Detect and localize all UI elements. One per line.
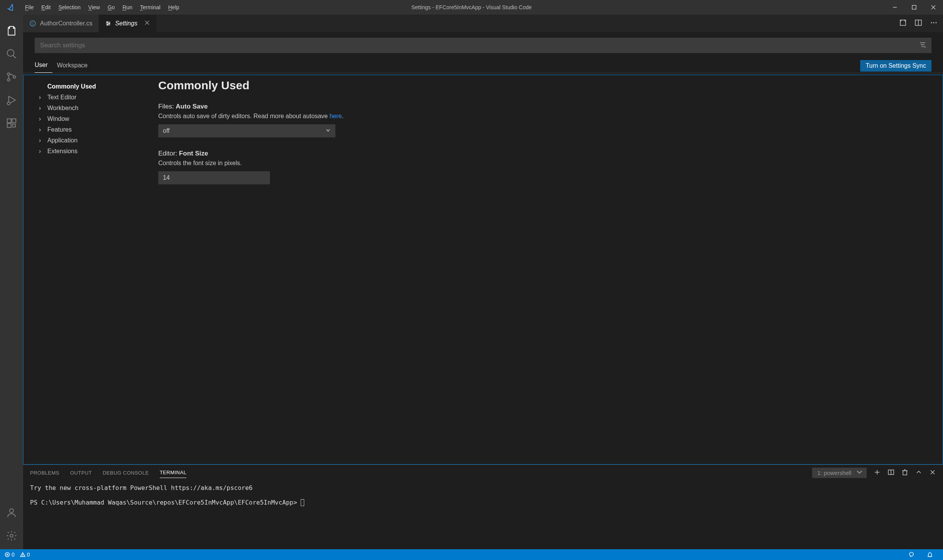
- status-errors[interactable]: 0: [5, 552, 15, 558]
- open-settings-json-icon[interactable]: [899, 19, 907, 28]
- autosave-read-more-link[interactable]: here: [330, 113, 342, 119]
- title-bar: File Edit Selection View Go Run Terminal…: [0, 0, 943, 15]
- svg-rect-12: [12, 119, 16, 123]
- new-terminal-icon[interactable]: [874, 469, 881, 477]
- maximize-button[interactable]: [904, 0, 924, 15]
- svg-point-30: [931, 22, 932, 23]
- svg-rect-1: [912, 5, 916, 9]
- status-warnings[interactable]: 0: [20, 552, 30, 558]
- run-debug-icon[interactable]: [0, 89, 23, 112]
- close-icon[interactable]: [144, 20, 150, 27]
- panel-tab-debug-console[interactable]: DEBUG CONSOLE: [103, 468, 149, 478]
- svg-point-6: [7, 73, 10, 75]
- activity-bar: [0, 15, 23, 549]
- menu-terminal[interactable]: Terminal: [136, 4, 164, 10]
- svg-rect-14: [13, 124, 16, 127]
- filter-icon[interactable]: [919, 41, 926, 50]
- svg-point-24: [107, 24, 108, 25]
- svg-point-15: [10, 509, 13, 513]
- menu-go[interactable]: Go: [104, 4, 119, 10]
- settings-gear-icon[interactable]: [0, 526, 23, 549]
- svg-point-8: [13, 76, 15, 78]
- chevron-down-icon: [856, 469, 863, 477]
- close-panel-icon[interactable]: [929, 469, 936, 477]
- maximize-panel-icon[interactable]: [915, 469, 922, 477]
- settings-content: Commonly Used Files: Auto Save Controls …: [147, 75, 943, 464]
- svg-point-32: [936, 22, 937, 23]
- tab-settings[interactable]: Settings: [99, 15, 156, 32]
- toc-extensions[interactable]: ›Extensions: [39, 146, 143, 157]
- status-notifications-icon[interactable]: [927, 552, 933, 558]
- svg-point-52: [22, 556, 23, 557]
- menu-help[interactable]: Help: [164, 4, 183, 10]
- split-terminal-icon[interactable]: [888, 469, 894, 477]
- setting-description: Controls auto save of dirty editors. Rea…: [158, 113, 931, 120]
- explorer-icon[interactable]: [0, 19, 23, 42]
- chevron-right-icon: ›: [39, 105, 46, 112]
- svg-point-10: [7, 102, 10, 105]
- tab-author-controller[interactable]: C AuthorController.cs: [23, 15, 99, 32]
- svg-point-16: [10, 534, 13, 537]
- window-title: Settings - EFCore5InMvcApp - Visual Stud…: [411, 4, 532, 10]
- svg-line-5: [13, 55, 16, 59]
- svg-point-4: [7, 50, 14, 57]
- settings-search-input[interactable]: [35, 38, 931, 53]
- extensions-icon[interactable]: [0, 112, 23, 135]
- toc-application[interactable]: ›Application: [39, 135, 143, 146]
- svg-text:C: C: [32, 22, 34, 25]
- panel-tab-terminal[interactable]: TERMINAL: [160, 467, 187, 478]
- svg-point-22: [107, 22, 108, 23]
- menu-bar: File Edit Selection View Go Run Terminal…: [21, 4, 183, 10]
- font-size-input[interactable]: [158, 171, 270, 184]
- minimize-button[interactable]: [885, 0, 904, 15]
- terminal-output[interactable]: Try the new cross-platform PowerShell ht…: [23, 480, 943, 549]
- scope-workspace-tab[interactable]: Workspace: [57, 59, 92, 73]
- tab-label: Settings: [115, 20, 137, 27]
- status-bar: 0 0: [0, 549, 943, 560]
- settings-toc: ›Commonly Used ›Text Editor ›Workbench ›…: [23, 75, 147, 464]
- tab-label: AuthorController.cs: [40, 20, 92, 27]
- auto-save-select[interactable]: off: [158, 124, 335, 137]
- search-icon[interactable]: [0, 42, 23, 65]
- svg-point-7: [7, 79, 10, 81]
- source-control-icon[interactable]: [0, 65, 23, 89]
- panel-tab-output[interactable]: OUTPUT: [70, 468, 92, 478]
- more-actions-icon[interactable]: [930, 19, 938, 28]
- chevron-right-icon: ›: [39, 137, 46, 144]
- chevron-right-icon: ›: [39, 115, 46, 122]
- setting-files-auto-save: Files: Auto Save Controls auto save of d…: [158, 103, 931, 137]
- scope-user-tab[interactable]: User: [35, 59, 52, 73]
- settings-menu-icon: [105, 20, 111, 27]
- toc-commonly-used[interactable]: ›Commonly Used: [39, 81, 143, 92]
- chevron-down-icon: [325, 127, 331, 134]
- accounts-icon[interactable]: [0, 503, 23, 526]
- toc-workbench[interactable]: ›Workbench: [39, 103, 143, 114]
- menu-selection[interactable]: Selection: [55, 4, 85, 10]
- svg-rect-11: [7, 119, 11, 123]
- setting-editor-font-size: Editor: Font Size Controls the font size…: [158, 150, 931, 184]
- kill-terminal-icon[interactable]: [901, 469, 908, 477]
- csharp-file-icon: C: [29, 20, 36, 27]
- panel-tab-problems[interactable]: PROBLEMS: [30, 468, 59, 478]
- menu-run[interactable]: Run: [119, 4, 136, 10]
- menu-file[interactable]: File: [21, 4, 38, 10]
- menu-view[interactable]: View: [84, 4, 104, 10]
- chevron-right-icon: ›: [39, 94, 46, 101]
- editor-tab-bar: C AuthorController.cs Settings: [23, 15, 943, 32]
- menu-edit[interactable]: Edit: [38, 4, 55, 10]
- toc-window[interactable]: ›Window: [39, 114, 143, 124]
- toc-text-editor[interactable]: ›Text Editor: [39, 92, 143, 103]
- svg-point-23: [109, 23, 110, 24]
- chevron-right-icon: ›: [39, 148, 46, 155]
- setting-description: Controls the font size in pixels.: [158, 160, 931, 167]
- settings-sync-button[interactable]: Turn on Settings Sync: [860, 60, 931, 72]
- terminal-select[interactable]: 1: powershell: [812, 468, 867, 478]
- chevron-right-icon: ›: [39, 126, 46, 133]
- svg-point-31: [933, 22, 935, 23]
- close-window-button[interactable]: [924, 0, 943, 15]
- split-editor-icon[interactable]: [915, 19, 922, 28]
- settings-heading: Commonly Used: [158, 79, 931, 92]
- status-feedback-icon[interactable]: [908, 552, 915, 558]
- toc-features[interactable]: ›Features: [39, 124, 143, 135]
- svg-rect-42: [903, 471, 907, 475]
